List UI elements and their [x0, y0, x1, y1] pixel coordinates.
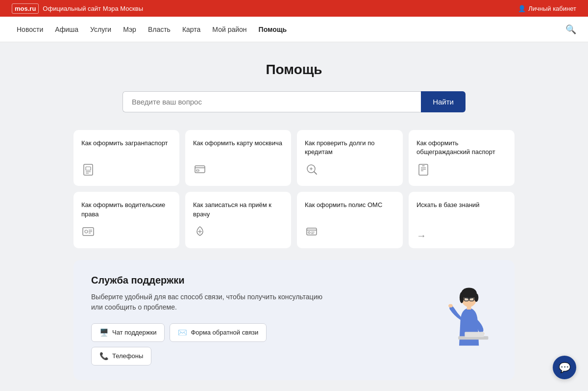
user-icon: 👤 — [518, 5, 526, 12]
search-input[interactable] — [122, 91, 421, 112]
card-icon-4 — [416, 162, 507, 179]
feedback-form-label: Форма обратной связи — [191, 329, 258, 336]
nav-item-uslugi[interactable]: Услуги — [85, 23, 116, 36]
card-title-8: Искать в базе знаний — [416, 201, 507, 209]
cabinet-label: Личный кабинет — [528, 5, 576, 12]
card-title-2: Как оформить карту москвича — [193, 139, 283, 148]
svg-point-30 — [460, 292, 464, 303]
svg-point-17 — [85, 230, 88, 233]
phones-label: Телефоны — [112, 352, 143, 360]
svg-point-31 — [474, 293, 479, 302]
nav-item-vlast[interactable]: Власть — [143, 23, 175, 36]
svg-point-25 — [308, 232, 310, 234]
svg-rect-41 — [465, 332, 484, 338]
card-icon-5 — [81, 225, 172, 241]
feedback-form-button[interactable]: ✉️ Форма обратной связи — [170, 323, 267, 342]
nav-item-moy-rayon[interactable]: Мой район — [207, 23, 251, 36]
nav-item-novosti[interactable]: Новости — [12, 23, 48, 36]
card-baza-znany[interactable]: Искать в базе знаний → — [409, 192, 514, 248]
card-pasport[interactable]: Как оформить общегражданский паспорт — [409, 130, 514, 186]
support-section: Служба поддержки Выберите удобный для ва… — [74, 260, 514, 380]
official-text: Официальный сайт Мэра Москвы — [43, 5, 143, 12]
card-dolgi-kredity[interactable]: Как проверить долги по кредитам — [297, 130, 403, 186]
svg-line-8 — [314, 172, 317, 174]
support-illustration — [428, 286, 497, 354]
phones-button[interactable]: 📞 Телефоны — [91, 347, 151, 365]
svg-rect-23 — [307, 228, 317, 235]
chat-support-label: Чат поддержки — [112, 329, 156, 336]
card-voditelskie-prava[interactable]: Как оформить водительские права — [74, 192, 179, 248]
chat-bubble-icon: 💬 — [559, 362, 571, 373]
svg-rect-4 — [195, 166, 205, 173]
chat-bubble-button[interactable]: 💬 — [553, 356, 576, 379]
card-icon-6 — [193, 225, 283, 241]
card-icon-8: → — [416, 230, 507, 241]
top-bar: mos.ru Официальный сайт Мэра Москвы 👤 Ли… — [0, 0, 588, 17]
card-title-5: Как оформить водительские права — [81, 201, 172, 218]
nav-item-mer[interactable]: Мэр — [118, 23, 141, 36]
svg-rect-0 — [84, 164, 93, 175]
support-description: Выберите удобный для вас способ связи, ч… — [91, 292, 326, 313]
nav-item-pomoshch[interactable]: Помощь — [254, 23, 292, 36]
card-title-7: Как оформить полис ОМС — [305, 201, 395, 209]
card-zagranpasport[interactable]: Как оформить загранпаспорт — [74, 130, 179, 186]
cards-grid: Как оформить загранпаспорт Как оформить … — [74, 130, 514, 248]
nav-item-afisha[interactable]: Афиша — [50, 23, 83, 36]
svg-rect-37 — [467, 306, 471, 310]
card-vrach[interactable]: Как записаться на приём к врачу — [185, 192, 291, 248]
card-icon-7 — [305, 225, 395, 241]
phone-icon: 📞 — [99, 352, 109, 361]
card-title-6: Как записаться на приём к врачу — [193, 201, 283, 218]
chat-support-button[interactable]: 🖥️ Чат поддержки — [91, 323, 165, 342]
svg-rect-6 — [196, 170, 199, 171]
top-bar-left: mos.ru Официальный сайт Мэра Москвы — [12, 3, 143, 14]
support-content: Служба поддержки Выберите удобный для ва… — [91, 275, 326, 365]
search-button[interactable]: Найти — [421, 91, 466, 112]
support-title: Служба поддержки — [91, 275, 326, 286]
nav-links: Новости Афиша Услуги Мэр Власть Карта Мо… — [12, 23, 292, 36]
page-title: Помощь — [12, 62, 576, 78]
chat-icon: 🖥️ — [99, 328, 109, 337]
svg-rect-32 — [465, 298, 469, 301]
svg-rect-33 — [469, 298, 474, 301]
main-content: Помощь Найти Как оформить загранпаспорт … — [0, 42, 588, 391]
site-logo[interactable]: mos.ru — [12, 3, 39, 14]
card-title-4: Как оформить общегражданский паспорт — [416, 139, 507, 156]
nav-item-karta[interactable]: Карта — [177, 23, 205, 36]
card-title-3: Как проверить долги по кредитам — [305, 139, 395, 156]
card-karta-moskvycha[interactable]: Как оформить карту москвича — [185, 130, 291, 186]
card-icon-1 — [81, 162, 172, 179]
card-oms[interactable]: Как оформить полис ОМС — [297, 192, 403, 248]
cabinet-link[interactable]: 👤 Личный кабинет — [518, 5, 576, 12]
card-icon-3 — [305, 162, 395, 179]
card-icon-2 — [193, 162, 283, 179]
mail-icon: ✉️ — [178, 328, 187, 337]
support-buttons: 🖥️ Чат поддержки ✉️ Форма обратной связи… — [91, 323, 326, 365]
search-icon[interactable]: 🔍 — [565, 24, 576, 35]
search-row: Найти — [122, 91, 466, 112]
svg-rect-1 — [86, 167, 91, 170]
main-nav: Новости Афиша Услуги Мэр Власть Карта Мо… — [0, 17, 588, 42]
svg-point-38 — [448, 304, 453, 308]
card-title-1: Как оформить загранпаспорт — [81, 139, 172, 148]
